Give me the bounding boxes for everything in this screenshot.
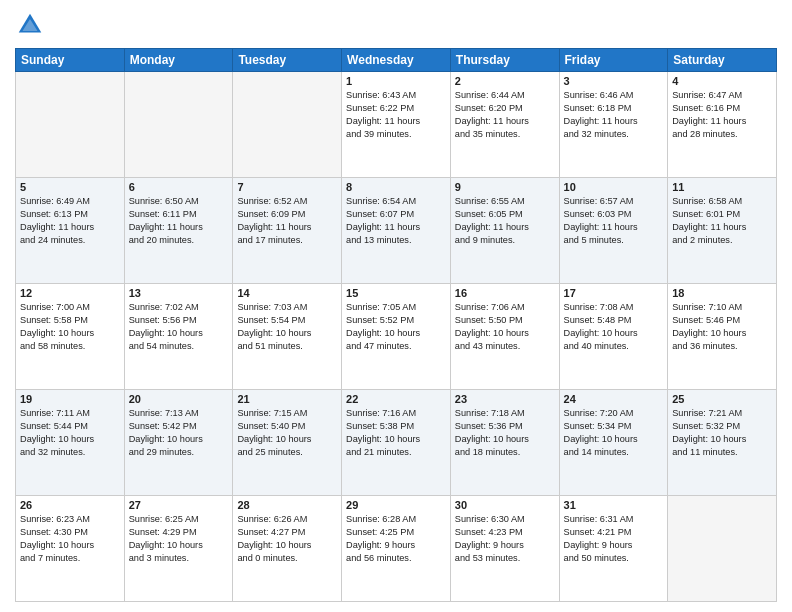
calendar-cell: 29Sunrise: 6:28 AM Sunset: 4:25 PM Dayli… — [342, 496, 451, 602]
calendar-cell: 5Sunrise: 6:49 AM Sunset: 6:13 PM Daylig… — [16, 178, 125, 284]
day-info: Sunrise: 7:13 AM Sunset: 5:42 PM Dayligh… — [129, 407, 229, 459]
calendar-cell: 24Sunrise: 7:20 AM Sunset: 5:34 PM Dayli… — [559, 390, 668, 496]
day-number: 3 — [564, 75, 664, 87]
day-info: Sunrise: 7:08 AM Sunset: 5:48 PM Dayligh… — [564, 301, 664, 353]
calendar-cell: 3Sunrise: 6:46 AM Sunset: 6:18 PM Daylig… — [559, 72, 668, 178]
calendar-cell: 19Sunrise: 7:11 AM Sunset: 5:44 PM Dayli… — [16, 390, 125, 496]
day-number: 9 — [455, 181, 555, 193]
calendar-cell — [124, 72, 233, 178]
header — [15, 10, 777, 40]
day-info: Sunrise: 7:11 AM Sunset: 5:44 PM Dayligh… — [20, 407, 120, 459]
day-header: Tuesday — [233, 49, 342, 72]
calendar-cell — [16, 72, 125, 178]
day-info: Sunrise: 6:43 AM Sunset: 6:22 PM Dayligh… — [346, 89, 446, 141]
calendar-cell: 15Sunrise: 7:05 AM Sunset: 5:52 PM Dayli… — [342, 284, 451, 390]
day-info: Sunrise: 6:31 AM Sunset: 4:21 PM Dayligh… — [564, 513, 664, 565]
day-number: 8 — [346, 181, 446, 193]
day-header: Friday — [559, 49, 668, 72]
day-header: Thursday — [450, 49, 559, 72]
day-number: 20 — [129, 393, 229, 405]
day-info: Sunrise: 6:47 AM Sunset: 6:16 PM Dayligh… — [672, 89, 772, 141]
day-info: Sunrise: 7:02 AM Sunset: 5:56 PM Dayligh… — [129, 301, 229, 353]
day-info: Sunrise: 7:00 AM Sunset: 5:58 PM Dayligh… — [20, 301, 120, 353]
day-info: Sunrise: 7:16 AM Sunset: 5:38 PM Dayligh… — [346, 407, 446, 459]
day-number: 11 — [672, 181, 772, 193]
calendar-cell: 8Sunrise: 6:54 AM Sunset: 6:07 PM Daylig… — [342, 178, 451, 284]
calendar-cell: 1Sunrise: 6:43 AM Sunset: 6:22 PM Daylig… — [342, 72, 451, 178]
day-info: Sunrise: 6:44 AM Sunset: 6:20 PM Dayligh… — [455, 89, 555, 141]
day-header: Saturday — [668, 49, 777, 72]
calendar-week-row: 26Sunrise: 6:23 AM Sunset: 4:30 PM Dayli… — [16, 496, 777, 602]
day-info: Sunrise: 7:21 AM Sunset: 5:32 PM Dayligh… — [672, 407, 772, 459]
day-info: Sunrise: 7:18 AM Sunset: 5:36 PM Dayligh… — [455, 407, 555, 459]
day-info: Sunrise: 6:50 AM Sunset: 6:11 PM Dayligh… — [129, 195, 229, 247]
day-info: Sunrise: 7:05 AM Sunset: 5:52 PM Dayligh… — [346, 301, 446, 353]
day-info: Sunrise: 6:54 AM Sunset: 6:07 PM Dayligh… — [346, 195, 446, 247]
calendar-cell: 23Sunrise: 7:18 AM Sunset: 5:36 PM Dayli… — [450, 390, 559, 496]
day-number: 26 — [20, 499, 120, 511]
calendar-cell: 20Sunrise: 7:13 AM Sunset: 5:42 PM Dayli… — [124, 390, 233, 496]
calendar-week-row: 5Sunrise: 6:49 AM Sunset: 6:13 PM Daylig… — [16, 178, 777, 284]
calendar-cell — [233, 72, 342, 178]
day-number: 10 — [564, 181, 664, 193]
day-number: 18 — [672, 287, 772, 299]
day-number: 14 — [237, 287, 337, 299]
calendar-cell: 12Sunrise: 7:00 AM Sunset: 5:58 PM Dayli… — [16, 284, 125, 390]
calendar-cell: 11Sunrise: 6:58 AM Sunset: 6:01 PM Dayli… — [668, 178, 777, 284]
calendar-cell: 7Sunrise: 6:52 AM Sunset: 6:09 PM Daylig… — [233, 178, 342, 284]
day-header: Sunday — [16, 49, 125, 72]
day-info: Sunrise: 6:28 AM Sunset: 4:25 PM Dayligh… — [346, 513, 446, 565]
day-info: Sunrise: 6:26 AM Sunset: 4:27 PM Dayligh… — [237, 513, 337, 565]
day-info: Sunrise: 7:15 AM Sunset: 5:40 PM Dayligh… — [237, 407, 337, 459]
logo-icon — [15, 10, 45, 40]
day-number: 2 — [455, 75, 555, 87]
day-number: 4 — [672, 75, 772, 87]
day-number: 5 — [20, 181, 120, 193]
logo — [15, 10, 49, 40]
day-number: 29 — [346, 499, 446, 511]
calendar-cell: 10Sunrise: 6:57 AM Sunset: 6:03 PM Dayli… — [559, 178, 668, 284]
day-info: Sunrise: 7:06 AM Sunset: 5:50 PM Dayligh… — [455, 301, 555, 353]
calendar-cell: 9Sunrise: 6:55 AM Sunset: 6:05 PM Daylig… — [450, 178, 559, 284]
day-header: Monday — [124, 49, 233, 72]
day-number: 6 — [129, 181, 229, 193]
calendar-cell: 16Sunrise: 7:06 AM Sunset: 5:50 PM Dayli… — [450, 284, 559, 390]
calendar-week-row: 12Sunrise: 7:00 AM Sunset: 5:58 PM Dayli… — [16, 284, 777, 390]
day-info: Sunrise: 6:49 AM Sunset: 6:13 PM Dayligh… — [20, 195, 120, 247]
calendar: SundayMondayTuesdayWednesdayThursdayFrid… — [15, 48, 777, 602]
calendar-cell: 14Sunrise: 7:03 AM Sunset: 5:54 PM Dayli… — [233, 284, 342, 390]
day-info: Sunrise: 7:20 AM Sunset: 5:34 PM Dayligh… — [564, 407, 664, 459]
calendar-cell: 22Sunrise: 7:16 AM Sunset: 5:38 PM Dayli… — [342, 390, 451, 496]
day-number: 31 — [564, 499, 664, 511]
calendar-cell: 18Sunrise: 7:10 AM Sunset: 5:46 PM Dayli… — [668, 284, 777, 390]
calendar-cell: 17Sunrise: 7:08 AM Sunset: 5:48 PM Dayli… — [559, 284, 668, 390]
day-info: Sunrise: 6:57 AM Sunset: 6:03 PM Dayligh… — [564, 195, 664, 247]
page: SundayMondayTuesdayWednesdayThursdayFrid… — [0, 0, 792, 612]
calendar-cell: 31Sunrise: 6:31 AM Sunset: 4:21 PM Dayli… — [559, 496, 668, 602]
day-info: Sunrise: 6:52 AM Sunset: 6:09 PM Dayligh… — [237, 195, 337, 247]
day-number: 25 — [672, 393, 772, 405]
calendar-week-row: 19Sunrise: 7:11 AM Sunset: 5:44 PM Dayli… — [16, 390, 777, 496]
day-info: Sunrise: 6:25 AM Sunset: 4:29 PM Dayligh… — [129, 513, 229, 565]
day-info: Sunrise: 7:10 AM Sunset: 5:46 PM Dayligh… — [672, 301, 772, 353]
calendar-week-row: 1Sunrise: 6:43 AM Sunset: 6:22 PM Daylig… — [16, 72, 777, 178]
day-number: 21 — [237, 393, 337, 405]
calendar-cell — [668, 496, 777, 602]
day-header-row: SundayMondayTuesdayWednesdayThursdayFrid… — [16, 49, 777, 72]
calendar-cell: 13Sunrise: 7:02 AM Sunset: 5:56 PM Dayli… — [124, 284, 233, 390]
day-number: 22 — [346, 393, 446, 405]
day-number: 1 — [346, 75, 446, 87]
calendar-cell: 2Sunrise: 6:44 AM Sunset: 6:20 PM Daylig… — [450, 72, 559, 178]
calendar-cell: 27Sunrise: 6:25 AM Sunset: 4:29 PM Dayli… — [124, 496, 233, 602]
day-info: Sunrise: 6:55 AM Sunset: 6:05 PM Dayligh… — [455, 195, 555, 247]
day-number: 12 — [20, 287, 120, 299]
day-number: 30 — [455, 499, 555, 511]
day-number: 13 — [129, 287, 229, 299]
day-number: 7 — [237, 181, 337, 193]
calendar-cell: 26Sunrise: 6:23 AM Sunset: 4:30 PM Dayli… — [16, 496, 125, 602]
day-number: 19 — [20, 393, 120, 405]
day-header: Wednesday — [342, 49, 451, 72]
day-number: 15 — [346, 287, 446, 299]
day-number: 17 — [564, 287, 664, 299]
day-number: 27 — [129, 499, 229, 511]
